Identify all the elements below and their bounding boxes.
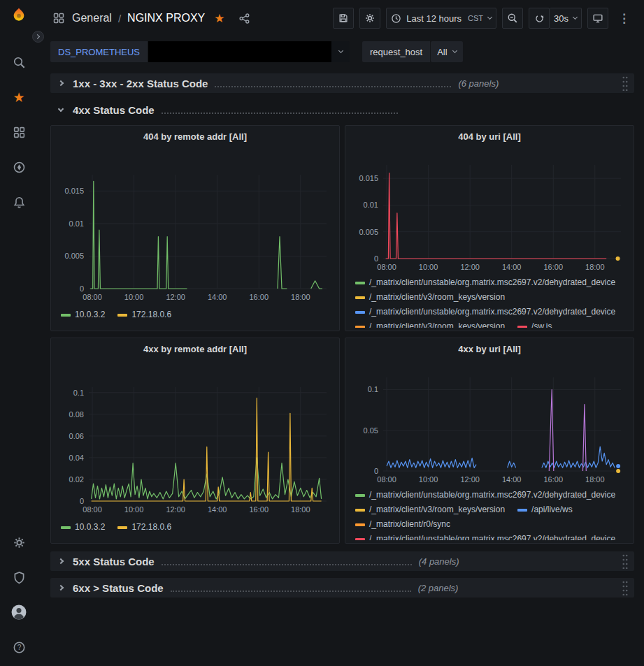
row-6xx[interactable]: 6xx > Status Code (2 panels) (50, 578, 634, 598)
user-avatar[interactable] (11, 605, 27, 620)
chevron-right-icon (58, 80, 64, 86)
row-5xx[interactable]: 5xx Status Code (4 panels) (50, 551, 634, 571)
legend-item[interactable]: /_matrix/client/unstable/org.matrix.msc2… (355, 305, 615, 319)
explore-compass-icon[interactable] (11, 159, 27, 175)
tv-mode-button[interactable] (587, 8, 608, 29)
svg-text:?: ? (17, 644, 21, 651)
favorite-star-icon[interactable]: ★ (214, 13, 224, 24)
admin-shield-icon[interactable] (11, 570, 27, 585)
svg-text:08:00: 08:00 (377, 263, 396, 271)
legend-series-marker (355, 326, 365, 328)
settings-gear-icon[interactable] (11, 535, 27, 550)
legend-item[interactable]: 10.0.3.2 (61, 308, 105, 321)
help-icon[interactable]: ? (11, 639, 27, 655)
svg-text:0.08: 0.08 (69, 410, 84, 419)
request-host-variable-label: request_host (362, 41, 430, 62)
row-drag-handle[interactable] (622, 553, 629, 569)
dashboard-title[interactable]: NGINX PROXY (127, 12, 205, 24)
breadcrumb-separator: / (118, 13, 121, 24)
legend-item[interactable]: /_matrix/client/v3/room_keys/version (355, 291, 505, 304)
row-dotted-leader (171, 591, 411, 592)
dashboard-settings-button[interactable] (359, 8, 380, 29)
legend-series-marker (517, 326, 527, 328)
legend-series-label: /_matrix/client/r0/sync (369, 518, 450, 531)
svg-text:08:00: 08:00 (83, 505, 102, 514)
legend-item[interactable]: /_matrix/client/v3/room_keys/version (355, 503, 505, 516)
clock-icon (391, 13, 401, 24)
panel-title[interactable]: 4xx by remote addr [All] (57, 338, 334, 359)
legend-item[interactable]: /_matrix/client/v3/room_keys/version (355, 320, 505, 328)
refresh-interval-dropdown[interactable]: 30s (550, 8, 582, 29)
chevron-right-icon (58, 558, 64, 564)
chevron-right-icon (35, 34, 40, 39)
row-drag-handle[interactable] (622, 75, 629, 91)
more-options-kebab[interactable]: ⋮ (614, 8, 634, 29)
row-1xx-3xx-2xx[interactable]: 1xx - 3xx - 2xx Status Code (6 panels) (50, 73, 634, 93)
search-icon[interactable] (11, 55, 27, 70)
svg-text:0: 0 (374, 467, 378, 475)
breadcrumb-folder[interactable]: General (72, 12, 112, 24)
timeseries-chart[interactable]: 00.0050.010.01508:0010:0012:0014:0016:00… (57, 147, 335, 304)
row-title: 1xx - 3xx - 2xx Status Code (73, 78, 208, 89)
svg-text:18:00: 18:00 (585, 263, 605, 271)
request-host-selected: All (437, 47, 447, 57)
legend-item[interactable]: /_matrix/client/unstable/org.matrix.msc2… (355, 276, 615, 289)
row-drag-handle[interactable] (622, 580, 629, 595)
dashboards-icon[interactable] (11, 124, 27, 140)
legend-series-label: /_matrix/client/v3/room_keys/version (369, 291, 505, 304)
legend-series-marker (355, 311, 365, 314)
legend-series-marker (355, 523, 365, 526)
time-range-label: Last 12 hours (406, 13, 461, 24)
alerting-bell-icon[interactable] (11, 194, 27, 210)
legend-series-label: 10.0.3.2 (75, 521, 105, 534)
legend-item[interactable]: /_matrix/client/unstable/org.matrix.msc2… (355, 488, 615, 502)
svg-text:12:00: 12:00 (166, 293, 185, 301)
svg-text:0: 0 (374, 254, 378, 263)
request-host-variable-value[interactable]: All (431, 41, 462, 62)
legend-series-label: /_matrix/client/unstable/org.matrix.msc2… (369, 276, 615, 289)
svg-text:0.01: 0.01 (364, 201, 378, 209)
grafana-logo-icon[interactable] (11, 7, 27, 22)
timeseries-chart[interactable]: 00.020.040.060.080.108:0010:0012:0014:00… (57, 359, 335, 516)
variable-request-host: request_host All (362, 41, 463, 62)
save-dashboard-button[interactable] (333, 8, 354, 29)
legend-item[interactable]: /_matrix/client/unstable/org.matrix.msc2… (355, 533, 615, 540)
row-4xx[interactable]: 4xx Status Code (50, 100, 634, 120)
starred-dashboards-icon[interactable]: ★ (11, 89, 27, 105)
legend-series-marker (355, 296, 365, 299)
refresh-button-group: 30s (529, 8, 582, 29)
monitor-icon (592, 13, 603, 24)
legend-series-label: 10.0.3.2 (75, 308, 105, 321)
row-title: 6xx > Status Code (73, 582, 164, 594)
svg-text:0.1: 0.1 (73, 389, 84, 397)
legend-item[interactable]: 172.18.0.6 (117, 308, 171, 321)
svg-text:14:00: 14:00 (502, 475, 522, 484)
legend-item[interactable]: 10.0.3.2 (61, 521, 105, 534)
refresh-button[interactable] (529, 8, 550, 29)
timeseries-chart[interactable]: 00.050.108:0010:0012:0014:0016:0018:00 (351, 359, 629, 486)
legend-item[interactable]: /_matrix/client/r0/sync (355, 518, 450, 531)
panel-title[interactable]: 404 by remote addr [All] (57, 126, 334, 147)
legend-series-label: /_matrix/client/v3/room_keys/version (369, 320, 505, 328)
svg-text:0.04: 0.04 (69, 454, 84, 462)
share-icon[interactable] (238, 12, 250, 24)
panel-legend: /_matrix/client/unstable/org.matrix.msc2… (351, 274, 628, 328)
legend-item[interactable]: /api/live/ws (517, 503, 573, 516)
panel-legend: 10.0.3.2172.18.0.6 (57, 306, 334, 321)
svg-text:0: 0 (80, 284, 84, 293)
legend-series-marker (355, 494, 365, 497)
legend-item[interactable]: /sw.js (517, 320, 552, 328)
sidebar-expand-button[interactable] (32, 31, 44, 43)
time-range-picker[interactable]: Last 12 hours CST (386, 8, 496, 29)
chevron-down-icon (58, 106, 64, 111)
timeseries-chart[interactable]: 00.0050.010.01508:0010:0012:0014:0016:00… (351, 147, 629, 274)
panel-404-by-uri: 404 by uri [All] 00.0050.010.01508:0010:… (345, 125, 634, 331)
legend-series-marker (355, 538, 365, 541)
legend-series-marker (117, 314, 127, 317)
panel-title[interactable]: 4xx by uri [All] (351, 338, 628, 359)
zoom-out-button[interactable] (502, 8, 523, 29)
panel-title[interactable]: 404 by uri [All] (351, 126, 628, 147)
row-panel-count: (4 panels) (419, 556, 459, 567)
legend-item[interactable]: 172.18.0.6 (117, 521, 171, 534)
datasource-variable-value[interactable] (148, 41, 350, 62)
